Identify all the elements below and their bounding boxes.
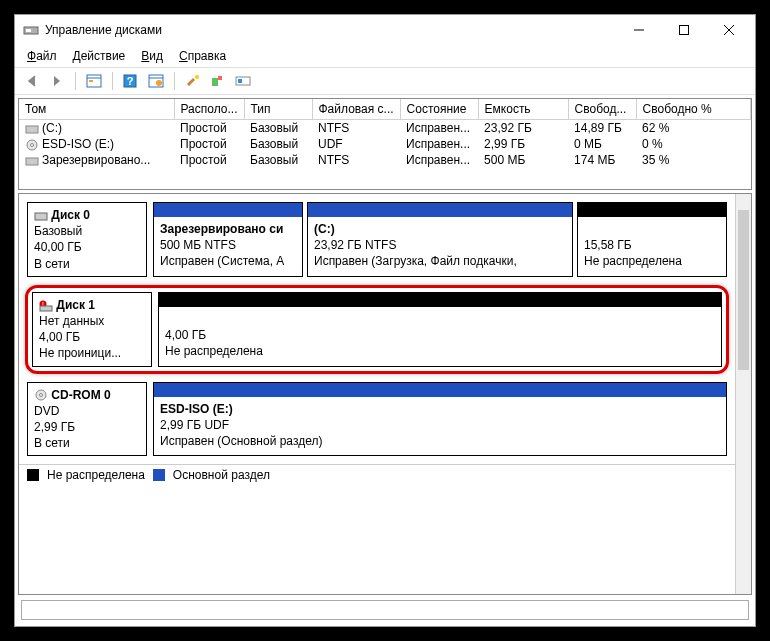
close-button[interactable] [706, 16, 751, 44]
svg-rect-23 [35, 213, 47, 220]
forward-button[interactable] [46, 70, 68, 92]
table-row[interactable]: ESD-ISO (E:) ПростойБазовыйUDFИсправен..… [19, 136, 751, 152]
partition[interactable]: ESD-ISO (E:)2,99 ГБ UDFИсправен (Основно… [153, 382, 727, 457]
disk-row-2: CD-ROM 0 DVD 2,99 ГБ В сети ESD-ISO (E:)… [27, 382, 727, 457]
minimize-button[interactable] [616, 16, 661, 44]
col-volume[interactable]: Том [19, 99, 174, 120]
col-type[interactable]: Тип [244, 99, 312, 120]
svg-point-28 [40, 394, 43, 397]
svg-rect-19 [26, 126, 38, 133]
legend-label: Основной раздел [173, 468, 270, 482]
disk-row-0: Диск 0 Базовый 40,00 ГБ В сети Зарезерви… [27, 202, 727, 277]
menu-file[interactable]: Файл [21, 47, 63, 65]
legend: Не распределена Основной раздел [19, 464, 735, 485]
help-icon[interactable]: ? [120, 70, 142, 92]
table-row[interactable]: Зарезервировано... ПростойБазовыйNTFSИсп… [19, 152, 751, 168]
disk-map: Диск 0 Базовый 40,00 ГБ В сети Зарезерви… [18, 193, 752, 595]
menubar: Файл Действие Вид Справка [15, 45, 755, 67]
partition-unallocated[interactable]: 15,58 ГБНе распределена [577, 202, 727, 277]
disk-info[interactable]: Диск 0 Базовый 40,00 ГБ В сети [27, 202, 147, 277]
tool-icon-1[interactable] [182, 70, 204, 92]
scrollbar[interactable] [735, 194, 751, 594]
menu-action[interactable]: Действие [67, 47, 132, 65]
window-title: Управление дисками [45, 23, 616, 37]
col-status[interactable]: Состояние [400, 99, 478, 120]
svg-rect-1 [26, 29, 31, 32]
svg-point-13 [156, 80, 162, 86]
disc-icon [25, 139, 39, 151]
disk-row-1-highlighted: ! Диск 1 Нет данных 4,00 ГБ Не проиници.… [25, 285, 729, 374]
menu-help[interactable]: Справка [173, 47, 232, 65]
svg-rect-16 [218, 76, 222, 80]
col-capacity[interactable]: Емкость [478, 99, 568, 120]
svg-rect-22 [26, 158, 38, 165]
legend-label: Не распределена [47, 468, 145, 482]
partition[interactable]: (C:)23,92 ГБ NTFSИсправен (Загрузка, Фай… [307, 202, 573, 277]
drive-icon [25, 123, 39, 135]
disk-info[interactable]: ! Диск 1 Нет данных 4,00 ГБ Не проиници.… [32, 292, 152, 367]
partition[interactable]: Зарезервировано си500 МБ NTFSИсправен (С… [153, 202, 303, 277]
statusbar [21, 600, 749, 620]
table-row[interactable]: (C:) ПростойБазовыйNTFSИсправен...23,92 … [19, 120, 751, 137]
toolbar: ? [15, 67, 755, 95]
tool-icon-2[interactable] [207, 70, 229, 92]
maximize-button[interactable] [661, 16, 706, 44]
refresh-icon[interactable] [145, 70, 167, 92]
window: Управление дисками Файл Действие Вид Спр… [14, 14, 756, 627]
svg-point-21 [31, 143, 34, 146]
col-fs[interactable]: Файловая с... [312, 99, 400, 120]
volume-list[interactable]: Том Располо... Тип Файловая с... Состоян… [18, 98, 752, 190]
tool-icon-3[interactable] [232, 70, 254, 92]
svg-rect-8 [89, 80, 93, 82]
svg-rect-3 [679, 26, 688, 35]
disk-info[interactable]: CD-ROM 0 DVD 2,99 ГБ В сети [27, 382, 147, 457]
svg-text:?: ? [127, 75, 134, 87]
drive-icon [25, 155, 39, 167]
legend-swatch-unallocated [27, 469, 39, 481]
col-free[interactable]: Свобод... [568, 99, 636, 120]
list-icon[interactable] [83, 70, 105, 92]
svg-rect-26 [40, 306, 52, 311]
app-icon [23, 22, 39, 38]
titlebar: Управление дисками [15, 15, 755, 45]
col-layout[interactable]: Располо... [174, 99, 244, 120]
col-freepct[interactable]: Свободно % [636, 99, 750, 120]
legend-swatch-primary [153, 469, 165, 481]
svg-rect-18 [238, 79, 242, 83]
partition-unallocated[interactable]: 4,00 ГБНе распределена [158, 292, 722, 367]
back-button[interactable] [21, 70, 43, 92]
menu-view[interactable]: Вид [135, 47, 169, 65]
svg-rect-15 [212, 78, 218, 86]
svg-point-14 [195, 75, 199, 79]
